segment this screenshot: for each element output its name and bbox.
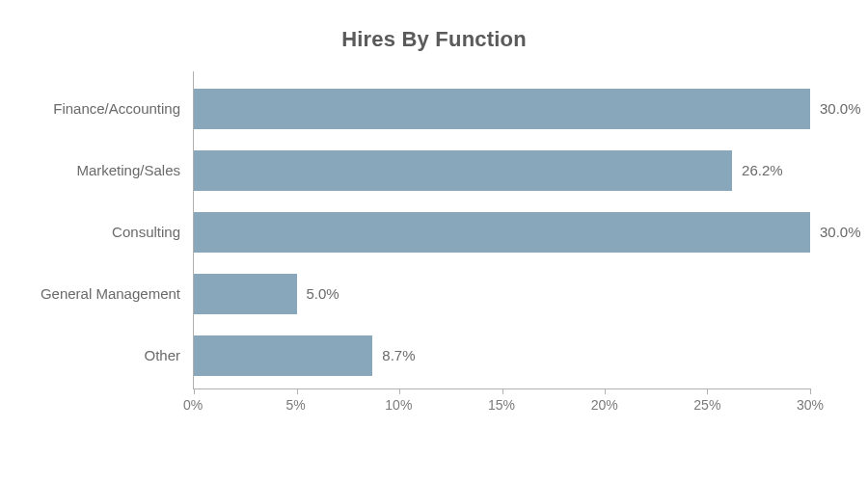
category-label: Consulting [112,212,194,253]
chart-area: Finance/Accounting 30.0% Marketing/Sales… [193,71,810,418]
bar: 30.0% [194,212,810,253]
bar-row: Other 8.7% [194,335,810,376]
bar-row: Marketing/Sales 26.2% [194,150,810,191]
value-label: 30.0% [810,89,861,129]
bar-row: Consulting 30.0% [194,212,810,253]
x-tick [297,388,298,394]
value-label: 26.2% [732,150,783,191]
value-label: 5.0% [297,274,339,314]
x-tick-label: 25% [693,397,720,413]
value-label: 8.7% [372,335,415,376]
x-tick-label: 15% [488,397,515,413]
bar: 8.7% [194,335,372,376]
x-tick [605,388,606,394]
x-tick [810,388,811,394]
bar: 30.0% [194,89,810,129]
chart-title: Hires By Function [0,0,868,71]
category-label: General Management [41,274,194,314]
x-tick-label: 0% [183,397,203,413]
x-tick [194,388,195,394]
value-label: 30.0% [810,212,861,253]
x-tick [399,388,400,394]
x-tick-label: 20% [591,397,618,413]
x-tick-label: 10% [385,397,412,413]
x-tick [707,388,708,394]
x-tick [502,388,503,394]
category-label: Finance/Accounting [53,89,194,129]
bar: 26.2% [194,150,732,191]
bar-row: General Management 5.0% [194,274,810,314]
bar-row: Finance/Accounting 30.0% [194,89,810,129]
category-label: Other [144,335,194,376]
x-tick-label: 5% [286,397,306,413]
bar: 5.0% [194,274,297,314]
category-label: Marketing/Sales [76,150,194,191]
x-tick-label: 30% [797,397,824,413]
plot-region: Finance/Accounting 30.0% Marketing/Sales… [193,71,810,389]
